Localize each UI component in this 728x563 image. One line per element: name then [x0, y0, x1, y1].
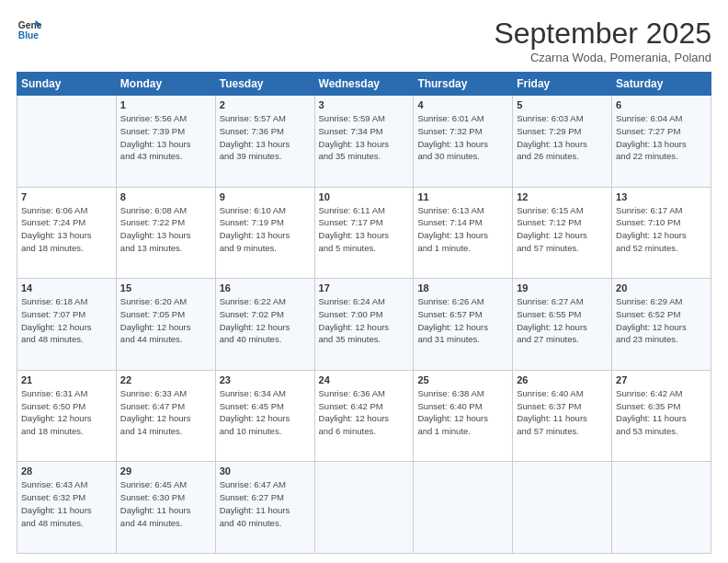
- day-number: 16: [220, 282, 311, 293]
- day-number: 1: [120, 99, 211, 110]
- table-row: 5Sunrise: 6:03 AM Sunset: 7:29 PM Daylig…: [513, 96, 612, 188]
- day-number: 27: [616, 374, 707, 385]
- day-number: 2: [220, 99, 311, 110]
- day-number: 5: [517, 99, 608, 110]
- table-row: 14Sunrise: 6:18 AM Sunset: 7:07 PM Dayli…: [17, 279, 117, 371]
- logo: General Blue: [17, 17, 42, 42]
- month-title: September 2025: [494, 17, 711, 51]
- table-row: 13Sunrise: 6:17 AM Sunset: 7:10 PM Dayli…: [612, 187, 711, 279]
- table-row: 20Sunrise: 6:29 AM Sunset: 6:52 PM Dayli…: [612, 279, 711, 371]
- day-details: Sunrise: 6:38 AM Sunset: 6:40 PM Dayligh…: [417, 387, 508, 438]
- calendar-week-row: 21Sunrise: 6:31 AM Sunset: 6:50 PM Dayli…: [17, 370, 711, 462]
- day-number: 23: [220, 374, 311, 385]
- table-row: 15Sunrise: 6:20 AM Sunset: 7:05 PM Dayli…: [116, 279, 215, 371]
- day-details: Sunrise: 6:13 AM Sunset: 7:14 PM Dayligh…: [417, 204, 508, 255]
- calendar-week-row: 28Sunrise: 6:43 AM Sunset: 6:32 PM Dayli…: [17, 462, 711, 554]
- day-details: Sunrise: 6:36 AM Sunset: 6:42 PM Dayligh…: [319, 387, 410, 438]
- day-number: 12: [517, 191, 608, 202]
- day-details: Sunrise: 6:04 AM Sunset: 7:27 PM Dayligh…: [616, 112, 707, 163]
- table-row: 21Sunrise: 6:31 AM Sunset: 6:50 PM Dayli…: [17, 370, 117, 462]
- day-details: Sunrise: 6:31 AM Sunset: 6:50 PM Dayligh…: [21, 387, 112, 438]
- day-number: 26: [517, 374, 608, 385]
- day-number: 29: [120, 465, 211, 477]
- day-details: Sunrise: 6:27 AM Sunset: 6:55 PM Dayligh…: [517, 295, 608, 346]
- calendar-week-row: 14Sunrise: 6:18 AM Sunset: 7:07 PM Dayli…: [17, 279, 711, 371]
- day-number: 24: [319, 374, 410, 385]
- col-tuesday: Tuesday: [215, 73, 314, 96]
- col-saturday: Saturday: [612, 73, 711, 96]
- table-row: 12Sunrise: 6:15 AM Sunset: 7:12 PM Dayli…: [513, 187, 612, 279]
- table-row: 7Sunrise: 6:06 AM Sunset: 7:24 PM Daylig…: [17, 187, 117, 279]
- table-row: [414, 462, 513, 554]
- table-row: 28Sunrise: 6:43 AM Sunset: 6:32 PM Dayli…: [17, 462, 117, 554]
- day-number: 28: [21, 465, 112, 477]
- table-row: 11Sunrise: 6:13 AM Sunset: 7:14 PM Dayli…: [414, 187, 513, 279]
- calendar-week-row: 1Sunrise: 5:56 AM Sunset: 7:39 PM Daylig…: [17, 96, 711, 188]
- calendar-table: Sunday Monday Tuesday Wednesday Thursday…: [17, 72, 711, 554]
- day-details: Sunrise: 5:56 AM Sunset: 7:39 PM Dayligh…: [120, 112, 211, 163]
- table-row: 23Sunrise: 6:34 AM Sunset: 6:45 PM Dayli…: [215, 370, 314, 462]
- col-wednesday: Wednesday: [314, 73, 414, 96]
- day-number: 7: [21, 191, 112, 202]
- day-number: 15: [120, 282, 211, 293]
- day-details: Sunrise: 6:03 AM Sunset: 7:29 PM Dayligh…: [517, 112, 608, 163]
- table-row: 30Sunrise: 6:47 AM Sunset: 6:27 PM Dayli…: [215, 462, 314, 554]
- day-details: Sunrise: 6:26 AM Sunset: 6:57 PM Dayligh…: [417, 295, 508, 346]
- table-row: [17, 96, 117, 188]
- day-number: 19: [517, 282, 608, 293]
- day-number: 13: [616, 191, 707, 202]
- day-details: Sunrise: 6:24 AM Sunset: 7:00 PM Dayligh…: [319, 295, 410, 346]
- day-details: Sunrise: 6:11 AM Sunset: 7:17 PM Dayligh…: [319, 204, 410, 255]
- day-details: Sunrise: 6:45 AM Sunset: 6:30 PM Dayligh…: [120, 478, 211, 529]
- table-row: 2Sunrise: 5:57 AM Sunset: 7:36 PM Daylig…: [215, 96, 314, 188]
- day-details: Sunrise: 6:17 AM Sunset: 7:10 PM Dayligh…: [616, 204, 707, 255]
- day-number: 10: [319, 191, 410, 202]
- table-row: 1Sunrise: 5:56 AM Sunset: 7:39 PM Daylig…: [116, 96, 215, 188]
- col-friday: Friday: [513, 73, 612, 96]
- table-row: [513, 462, 612, 554]
- subtitle: Czarna Woda, Pomerania, Poland: [494, 51, 711, 64]
- day-details: Sunrise: 6:06 AM Sunset: 7:24 PM Dayligh…: [21, 204, 112, 255]
- day-number: 4: [417, 99, 508, 110]
- col-monday: Monday: [116, 73, 215, 96]
- day-details: Sunrise: 6:08 AM Sunset: 7:22 PM Dayligh…: [120, 204, 211, 255]
- day-details: Sunrise: 6:01 AM Sunset: 7:32 PM Dayligh…: [417, 112, 508, 163]
- day-number: 17: [319, 282, 410, 293]
- day-details: Sunrise: 6:43 AM Sunset: 6:32 PM Dayligh…: [21, 478, 112, 529]
- table-row: 16Sunrise: 6:22 AM Sunset: 7:02 PM Dayli…: [215, 279, 314, 371]
- day-details: Sunrise: 6:33 AM Sunset: 6:47 PM Dayligh…: [120, 387, 211, 438]
- calendar-week-row: 7Sunrise: 6:06 AM Sunset: 7:24 PM Daylig…: [17, 187, 711, 279]
- day-number: 9: [220, 191, 311, 202]
- day-details: Sunrise: 5:59 AM Sunset: 7:34 PM Dayligh…: [319, 112, 410, 163]
- col-thursday: Thursday: [414, 73, 513, 96]
- day-details: Sunrise: 6:40 AM Sunset: 6:37 PM Dayligh…: [517, 387, 608, 438]
- day-number: 3: [319, 99, 410, 110]
- table-row: 9Sunrise: 6:10 AM Sunset: 7:19 PM Daylig…: [215, 187, 314, 279]
- day-number: 25: [417, 374, 508, 385]
- table-row: 18Sunrise: 6:26 AM Sunset: 6:57 PM Dayli…: [414, 279, 513, 371]
- day-number: 20: [616, 282, 707, 293]
- calendar-header-row: Sunday Monday Tuesday Wednesday Thursday…: [17, 73, 711, 96]
- day-number: 8: [120, 191, 211, 202]
- table-row: 8Sunrise: 6:08 AM Sunset: 7:22 PM Daylig…: [116, 187, 215, 279]
- logo-icon: General Blue: [17, 17, 42, 42]
- day-number: 21: [21, 374, 112, 385]
- table-row: 6Sunrise: 6:04 AM Sunset: 7:27 PM Daylig…: [612, 96, 711, 188]
- table-row: 27Sunrise: 6:42 AM Sunset: 6:35 PM Dayli…: [612, 370, 711, 462]
- page: General Blue September 2025 Czarna Woda,…: [0, 0, 728, 563]
- table-row: 19Sunrise: 6:27 AM Sunset: 6:55 PM Dayli…: [513, 279, 612, 371]
- day-details: Sunrise: 6:20 AM Sunset: 7:05 PM Dayligh…: [120, 295, 211, 346]
- day-number: 14: [21, 282, 112, 293]
- table-row: 10Sunrise: 6:11 AM Sunset: 7:17 PM Dayli…: [314, 187, 414, 279]
- day-number: 11: [417, 191, 508, 202]
- day-number: 6: [616, 99, 707, 110]
- table-row: 26Sunrise: 6:40 AM Sunset: 6:37 PM Dayli…: [513, 370, 612, 462]
- day-details: Sunrise: 6:34 AM Sunset: 6:45 PM Dayligh…: [220, 387, 311, 438]
- table-row: [314, 462, 414, 554]
- day-number: 22: [120, 374, 211, 385]
- table-row: 25Sunrise: 6:38 AM Sunset: 6:40 PM Dayli…: [414, 370, 513, 462]
- day-details: Sunrise: 6:15 AM Sunset: 7:12 PM Dayligh…: [517, 204, 608, 255]
- title-block: September 2025 Czarna Woda, Pomerania, P…: [494, 17, 711, 64]
- col-sunday: Sunday: [17, 73, 117, 96]
- table-row: 4Sunrise: 6:01 AM Sunset: 7:32 PM Daylig…: [414, 96, 513, 188]
